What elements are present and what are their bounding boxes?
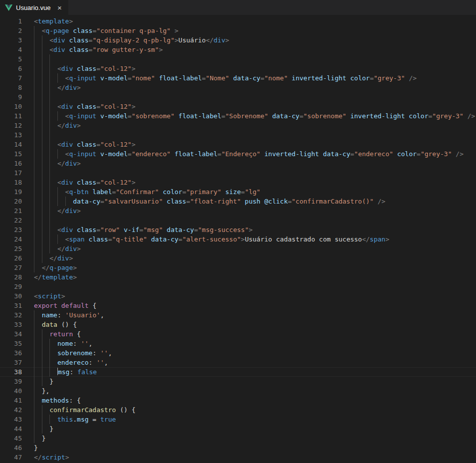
code-line[interactable]: 29 [0,282,476,291]
code-line[interactable]: 41methods: { [0,396,476,405]
indent-guide [49,225,57,234]
indent-guide [42,73,50,83]
indent-guide [49,149,57,159]
code-line[interactable]: 43this.msg = true [0,415,476,424]
indent-guide [57,234,65,244]
indent-guide [34,187,42,197]
code-line[interactable]: 18<div class="col-12"> [0,178,476,187]
code-line[interactable]: 27</q-page> [0,263,476,272]
indent-guide [42,159,50,168]
line-content: <div class="col-12"> [34,141,135,148]
code-line[interactable]: 20data-cy="salvarUsuario" class="float-r… [0,197,476,206]
tab-close-icon[interactable]: × [55,3,64,12]
code-line[interactable]: 11<q-input v-model="sobrenome" float-lab… [0,111,476,121]
indent-guide [42,45,50,54]
indent-guide [34,386,42,396]
indent-guide [49,244,57,253]
indent-guide [34,140,42,149]
code-line[interactable]: 36sobrenome: '', [0,348,476,358]
code-line[interactable]: 15<q-input v-model="endereco" float-labe… [0,149,476,159]
indent-guide [49,216,57,225]
code-line[interactable]: 34return { [0,329,476,339]
code-line[interactable]: 14<div class="col-12"> [0,140,476,149]
code-line[interactable]: 7<q-input v-model="nome" float-label="No… [0,73,476,83]
code-line[interactable]: 5 [0,54,476,64]
indent-guide [49,83,57,92]
code-line[interactable]: 44} [0,424,476,434]
code-line[interactable]: 38msg: false [0,367,476,377]
code-line[interactable]: 4<div class="row gutter-y-sm"> [0,45,476,54]
code-line[interactable]: 28</template> [0,272,476,282]
line-number: 8 [0,83,34,92]
code-line[interactable]: 17 [0,168,476,178]
indent-guide [49,111,57,121]
code-line[interactable]: 24<span class="q-title" data-cy="alert-s… [0,234,476,244]
editor-window: Usuario.vue × 1<template>2<q-page class=… [0,0,476,463]
code-line[interactable]: 40}, [0,386,476,396]
line-content [34,169,57,177]
code-line[interactable]: 16</div> [0,159,476,168]
code-line[interactable]: 30<script> [0,291,476,301]
code-line[interactable]: 42confirmarCadastro () { [0,405,476,415]
code-line[interactable]: 1<template> [0,16,476,26]
indent-guide [34,377,42,386]
code-line[interactable]: 47</script> [0,453,476,462]
code-line[interactable]: 3<div class="q-display-2 q-pb-lg">Usuári… [0,35,476,45]
indent-guide [42,64,50,73]
code-line[interactable]: 39} [0,377,476,386]
indent-guide [42,367,50,377]
line-number: 21 [0,206,34,216]
code-line[interactable]: 13 [0,130,476,140]
code-line[interactable]: 46} [0,443,476,453]
line-number: 45 [0,434,34,443]
line-content: <q-input v-model="nome" float-label="Nom… [34,74,417,82]
line-content: } [34,435,45,442]
code-line[interactable]: 26</div> [0,253,476,263]
code-line[interactable]: 2<q-page class="container q-pa-lg" > [0,26,476,35]
indent-guide [34,320,42,329]
indent-guide [49,415,57,424]
indent-guide [34,159,42,168]
indent-guide [42,377,50,386]
line-number: 4 [0,45,34,54]
indent-guide [34,168,42,178]
code-line[interactable]: 8</div> [0,83,476,92]
code-line[interactable]: 10<div class="col-12"> [0,102,476,111]
indent-guide [34,92,42,102]
tab-usuario-vue[interactable]: Usuario.vue × [0,0,68,15]
code-line[interactable]: 31export default { [0,301,476,310]
code-line[interactable]: 23<div class="row" v-if="msg" data-cy="m… [0,225,476,234]
indent-guide [42,121,50,130]
indent-guide [49,159,57,168]
code-line[interactable]: 32name: 'Usuario', [0,310,476,320]
indent-guide [49,197,57,206]
code-line[interactable]: 9 [0,92,476,102]
line-number: 16 [0,159,34,168]
line-number: 19 [0,187,34,197]
indent-guide [42,244,50,253]
line-number: 3 [0,35,34,45]
indent-guide [42,83,50,92]
code-line[interactable]: 22 [0,216,476,225]
code-line[interactable]: 21</div> [0,206,476,216]
code-line[interactable]: 33data () { [0,320,476,329]
line-content: }, [34,387,49,395]
code-line[interactable]: 6<div class="col-12"> [0,64,476,73]
line-content: sobrenome: '', [34,349,112,357]
indent-guide [34,83,42,92]
indent-guide [49,187,57,197]
line-content: <q-input v-model="endereco" float-label=… [34,150,464,158]
code-line[interactable]: 12</div> [0,121,476,130]
line-number: 15 [0,149,34,159]
code-line[interactable]: 19<q-btn label="Confirmar" color="primar… [0,187,476,197]
code-line[interactable]: 45} [0,434,476,443]
indent-guide [34,178,42,187]
code-line[interactable]: 37endereco: '', [0,358,476,367]
code-line[interactable]: 35nome: '', [0,339,476,348]
indent-guide [34,73,42,83]
code-editor[interactable]: 1<template>2<q-page class="container q-p… [0,15,476,463]
line-number: 6 [0,64,34,73]
indent-guide [42,149,50,159]
indent-guide [57,73,65,83]
code-line[interactable]: 25</div> [0,244,476,253]
